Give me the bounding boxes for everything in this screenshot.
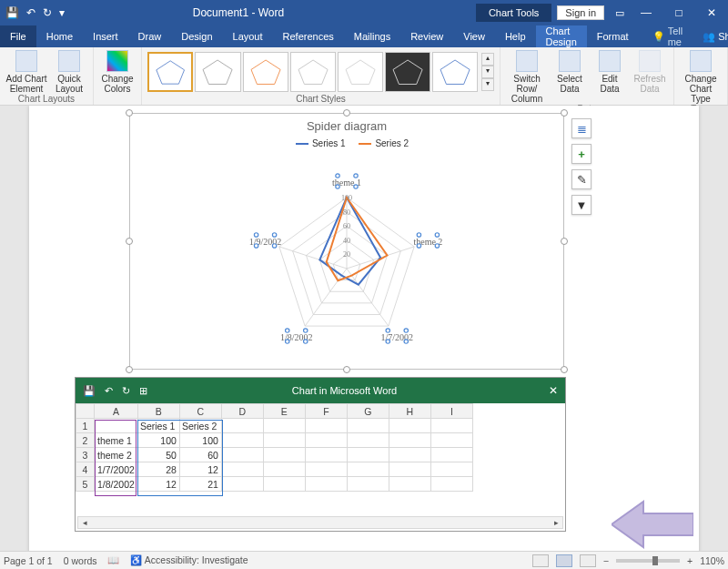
- redo-icon[interactable]: ↻: [43, 6, 52, 19]
- cell[interactable]: 50: [137, 448, 179, 462]
- tab-file[interactable]: File: [0, 25, 36, 47]
- cell[interactable]: [389, 477, 430, 492]
- cell[interactable]: [430, 477, 472, 492]
- cell[interactable]: [305, 462, 347, 477]
- cell[interactable]: 100: [137, 433, 179, 448]
- row-2[interactable]: 2: [76, 433, 95, 448]
- select-data-button[interactable]: Select Data: [551, 50, 588, 94]
- chart-style-6[interactable]: [385, 52, 430, 92]
- scroll-right-icon[interactable]: ▸: [550, 518, 562, 527]
- cell[interactable]: [430, 462, 472, 477]
- row-4[interactable]: 4: [76, 462, 95, 477]
- excel-openfull-icon[interactable]: ⊞: [139, 385, 147, 397]
- share-button[interactable]: 👥 Share: [693, 25, 728, 47]
- resize-handle-w[interactable]: [126, 238, 133, 245]
- col-A[interactable]: A: [95, 404, 138, 419]
- cell[interactable]: [221, 419, 263, 433]
- styles-more-icon[interactable]: ▾: [481, 78, 494, 91]
- resize-handle-sw[interactable]: [126, 366, 133, 373]
- cell[interactable]: [305, 477, 347, 492]
- col-C[interactable]: C: [179, 404, 221, 419]
- cell[interactable]: Series 2: [179, 419, 221, 433]
- cell[interactable]: [263, 433, 305, 448]
- cell[interactable]: [430, 419, 472, 433]
- change-colors-button[interactable]: Change Colors: [99, 50, 136, 94]
- cell[interactable]: [221, 433, 263, 448]
- cell[interactable]: [430, 448, 472, 462]
- resize-handle-n[interactable]: [343, 109, 350, 117]
- cell[interactable]: [263, 462, 305, 477]
- col-G[interactable]: G: [347, 404, 389, 419]
- document-area[interactable]: Spider diagram Series 1 Series 2 2040608…: [0, 106, 728, 551]
- cell[interactable]: [430, 433, 472, 448]
- chart-elements-button[interactable]: ≣: [571, 118, 592, 138]
- cell[interactable]: [347, 448, 389, 462]
- cell[interactable]: 1/7/2002: [95, 462, 138, 477]
- cell[interactable]: [389, 419, 430, 433]
- cell[interactable]: [305, 448, 347, 462]
- cell[interactable]: 1/8/2002: [95, 477, 138, 492]
- tab-review[interactable]: Review: [400, 25, 453, 47]
- zoom-level[interactable]: 110%: [700, 555, 724, 566]
- cell[interactable]: [347, 462, 389, 477]
- quick-layout-button[interactable]: Quick Layout: [51, 50, 87, 94]
- cell[interactable]: 28: [137, 462, 179, 477]
- resize-handle-ne[interactable]: [561, 109, 568, 117]
- cell[interactable]: [389, 433, 430, 448]
- row-3[interactable]: 3: [76, 448, 95, 462]
- word-count[interactable]: 0 words: [64, 555, 97, 566]
- tab-design[interactable]: Design: [171, 25, 222, 47]
- close-button[interactable]: ✕: [695, 0, 728, 25]
- row-5[interactable]: 5: [76, 477, 95, 492]
- cell[interactable]: theme 1: [95, 433, 138, 448]
- chart-style-2[interactable]: [195, 52, 240, 92]
- tab-draw[interactable]: Draw: [128, 25, 172, 47]
- view-read-mode[interactable]: [532, 554, 549, 567]
- cell[interactable]: [347, 477, 389, 492]
- change-chart-type-button[interactable]: Change Chart Type: [680, 50, 722, 104]
- chart-style-3[interactable]: [243, 52, 288, 92]
- cell[interactable]: [389, 448, 430, 462]
- tab-view[interactable]: View: [453, 25, 495, 47]
- chart-style-4[interactable]: [290, 52, 336, 92]
- cell[interactable]: 60: [179, 448, 221, 462]
- cell[interactable]: [95, 419, 138, 433]
- cell[interactable]: Series 1: [137, 419, 179, 433]
- tab-layout[interactable]: Layout: [223, 25, 273, 47]
- chart-style-5[interactable]: [338, 52, 383, 92]
- spellcheck-icon[interactable]: 📖: [107, 554, 119, 566]
- zoom-out-button[interactable]: −: [603, 555, 609, 566]
- col-H[interactable]: H: [389, 404, 430, 419]
- edit-data-button[interactable]: Edit Data: [592, 50, 628, 94]
- zoom-slider[interactable]: [616, 559, 680, 563]
- cell[interactable]: [263, 419, 305, 433]
- tab-mailings[interactable]: Mailings: [344, 25, 400, 47]
- cell[interactable]: [305, 419, 347, 433]
- tab-format[interactable]: Format: [587, 25, 639, 47]
- cell[interactable]: theme 2: [95, 448, 138, 462]
- cell[interactable]: [221, 448, 263, 462]
- cell[interactable]: [389, 462, 430, 477]
- excel-grid[interactable]: ABCDEFGHI1Series 1Series 22theme 1100100…: [76, 403, 565, 516]
- cell[interactable]: [263, 448, 305, 462]
- resize-handle-se[interactable]: [561, 366, 568, 373]
- scroll-left-icon[interactable]: ◂: [78, 518, 91, 527]
- excel-redo-icon[interactable]: ↻: [122, 385, 130, 397]
- col-D[interactable]: D: [221, 404, 263, 419]
- chart-filters-button[interactable]: ✎: [571, 169, 592, 189]
- cell[interactable]: [221, 462, 263, 477]
- tab-chart-design[interactable]: Chart Design: [536, 25, 587, 47]
- chart-style-7[interactable]: [432, 52, 478, 92]
- chart-filter-funnel-button[interactable]: ▼: [571, 195, 592, 215]
- cell[interactable]: 21: [179, 477, 221, 492]
- chart-legend[interactable]: Series 1 Series 2: [130, 138, 563, 148]
- accessibility-status[interactable]: ♿ Accessibility: Investigate: [130, 554, 248, 566]
- col-I[interactable]: I: [430, 404, 472, 419]
- sign-in-button[interactable]: Sign in: [557, 5, 604, 20]
- chart-styles-button[interactable]: +: [571, 144, 592, 164]
- tell-me-search[interactable]: 💡 Tell me: [642, 25, 693, 47]
- radar-plot[interactable]: 20406080100theme 1theme 21/7/20021/8/200…: [228, 168, 465, 360]
- resize-handle-nw[interactable]: [126, 109, 133, 117]
- undo-icon[interactable]: ↶: [26, 6, 35, 19]
- cell[interactable]: [305, 433, 347, 448]
